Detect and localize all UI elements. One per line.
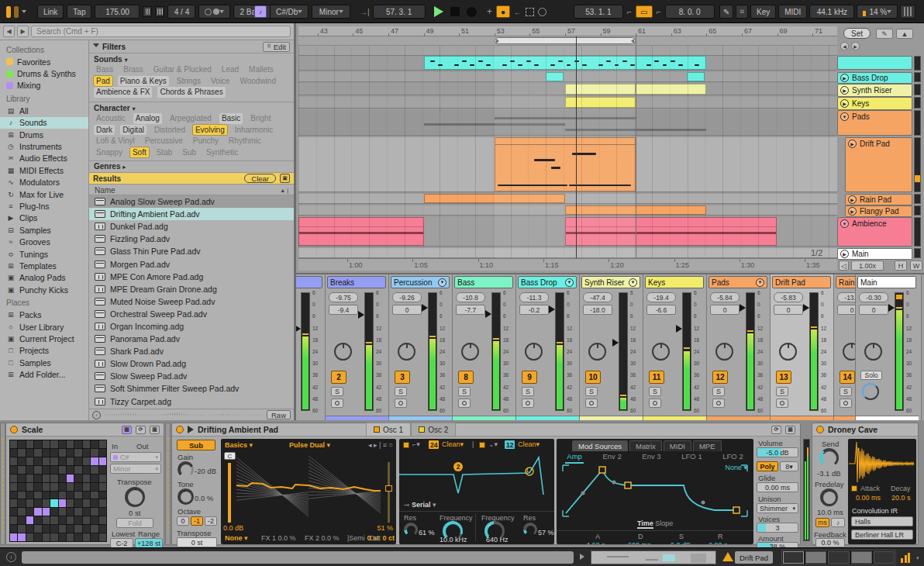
feedback-field[interactable]: 0.0 %: [815, 538, 845, 547]
scale-grid-cell[interactable]: [34, 466, 41, 474]
results-column-header[interactable]: Name▲ |: [89, 185, 294, 195]
scale-grid-cell[interactable]: [50, 508, 57, 516]
solo-button[interactable]: S: [458, 387, 471, 396]
filter-tag-punchy[interactable]: Punchy: [191, 136, 221, 147]
octave-0-button[interactable]: 0: [177, 516, 189, 526]
draw-mode-icon[interactable]: [526, 8, 534, 16]
filter1-slope-badge[interactable]: 24: [429, 440, 439, 449]
mixer-channel-main[interactable]: Main-0.300Solo6061218243036424860: [856, 274, 922, 420]
scale-grid-cell[interactable]: [59, 457, 66, 465]
sidebar-item-mixing[interactable]: Mixing: [0, 80, 88, 91]
clip-rain-pad[interactable]: [424, 194, 565, 203]
result-item-organ-incoming-adg[interactable]: Organ Incoming.adg: [89, 320, 294, 333]
scale-grid-cell[interactable]: [50, 516, 57, 524]
wt-position-slider[interactable]: [388, 462, 390, 523]
pan-knob[interactable]: [843, 343, 856, 361]
track-header-ambience[interactable]: ▼Ambience: [837, 217, 912, 247]
cue-volume-knob[interactable]: [862, 383, 879, 400]
monitor-button[interactable]: [776, 399, 788, 408]
scale-grid-cell[interactable]: [10, 449, 17, 457]
sidebar-item-audio-effects[interactable]: ≍Audio Effects: [0, 153, 88, 164]
capture-midi-icon[interactable]: +: [487, 6, 492, 17]
filter-tag-ambience-fx[interactable]: Ambience & FX: [94, 87, 152, 98]
set-button[interactable]: Set: [843, 28, 871, 39]
scale-grid-cell[interactable]: [67, 533, 74, 541]
scale-grid-cell[interactable]: [74, 525, 81, 533]
result-item-mpe-dream-grain-drone-adg[interactable]: MPE Dream Grain Drone.adg: [89, 283, 294, 295]
track-header-rain-pad[interactable]: ▶Rain Pad: [845, 194, 912, 205]
scale-grid-cell[interactable]: [18, 483, 25, 491]
filter-curve[interactable]: [399, 451, 554, 498]
track-lane-drift-pad[interactable]: [298, 137, 837, 192]
scale-grid-cell[interactable]: [34, 483, 41, 491]
scale-mode-icon[interactable]: ♪: [254, 5, 267, 18]
track-lane-item[interactable]: [298, 56, 837, 71]
result-item-shark-pad-adv[interactable]: Shark Pad.adv: [89, 345, 294, 357]
peak-value[interactable]: -5.84: [710, 292, 740, 302]
mixer-channel-bass[interactable]: Bass-10.8-7.78S6061218243036424860: [453, 274, 516, 420]
wavetable-category-menu[interactable]: Basics ▾: [225, 441, 253, 449]
scale-grid-cell[interactable]: [50, 475, 57, 482]
expand-tracks-icon[interactable]: ▸: [851, 42, 860, 50]
monitor-button[interactable]: [522, 399, 534, 408]
filter-tag-evolving[interactable]: Evolving: [193, 125, 227, 136]
filter-routing-menu[interactable]: ⊸ Serial ▾: [404, 501, 436, 509]
scale-grid-cell[interactable]: [50, 492, 57, 499]
pan-knob[interactable]: [864, 343, 882, 361]
peak-value[interactable]: -9.75: [329, 292, 358, 302]
preview-icon[interactable]: [188, 426, 194, 433]
scale-grid-cell[interactable]: [91, 457, 98, 465]
attack-value[interactable]: 4.62 s: [586, 541, 605, 544]
monitor-button[interactable]: [395, 399, 407, 408]
clear-filters-button[interactable]: Clear: [244, 174, 276, 183]
pan-knob[interactable]: [588, 343, 606, 361]
tab-osc-1[interactable]: Osc 1: [366, 423, 411, 437]
track-activator[interactable]: 10: [585, 371, 601, 384]
loop-start-field[interactable]: 53. 1. 1: [574, 5, 623, 19]
result-item-glass-thin-pure-pad-adv[interactable]: Glass Thin Pure Pad.adv: [89, 245, 294, 257]
scale-grid-cell[interactable]: [99, 525, 106, 533]
ir-category-menu[interactable]: Halls: [851, 516, 913, 526]
track-fold-icon[interactable]: ▶: [848, 140, 857, 148]
pan-knob[interactable]: [525, 343, 543, 361]
scale-grid-cell[interactable]: [67, 440, 74, 448]
pan-knob[interactable]: [398, 343, 415, 361]
scale-grid-cell[interactable]: [83, 499, 90, 507]
scale-grid-cell[interactable]: [74, 457, 81, 465]
scale-grid-cell[interactable]: [18, 508, 25, 516]
map-mode-icon[interactable]: ▦: [122, 426, 132, 434]
scale-grid-cell[interactable]: [83, 533, 90, 541]
clip-item[interactable]: [424, 56, 707, 70]
fx1-value[interactable]: FX 1 0.0 %: [261, 534, 296, 542]
device-on-icon[interactable]: [176, 426, 184, 433]
peak-value[interactable]: -19.4: [646, 292, 676, 302]
monitor-button[interactable]: [585, 399, 598, 408]
play-mini-icon[interactable]: [580, 554, 584, 560]
track-lane-pads[interactable]: [298, 110, 837, 136]
zoom-height-button[interactable]: H: [895, 261, 907, 271]
scale-grid-cell[interactable]: [99, 516, 106, 524]
filter1-type-icon[interactable]: ⌐▾: [412, 440, 420, 448]
groove-amount-button[interactable]: [198, 5, 230, 19]
scale-grid-cell[interactable]: [34, 440, 41, 448]
scale-grid-cell[interactable]: [34, 508, 41, 516]
stop-button[interactable]: [450, 7, 460, 16]
filter-tag-piano-keys[interactable]: Piano & Keys: [118, 76, 169, 87]
computer-midi-keyboard-icon[interactable]: ⌗: [736, 5, 748, 19]
device-drag-handle[interactable]: [0, 423, 5, 545]
peak-value[interactable]: -13.1: [837, 292, 856, 302]
hot-swap-icon[interactable]: ⟳: [771, 426, 781, 434]
count-in-icon[interactable]: [155, 6, 164, 17]
track-fold-icon[interactable]: ▶: [840, 99, 849, 108]
fader-handle[interactable]: [422, 304, 428, 312]
scale-grid-cell[interactable]: [26, 466, 33, 474]
filter-tag-analog[interactable]: Analog: [133, 113, 162, 124]
sidebar-item-sounds[interactable]: ♪Sounds: [0, 117, 88, 129]
save-preset-icon[interactable]: ▣: [785, 426, 795, 434]
ms-mode-button[interactable]: ms: [815, 518, 829, 527]
track-lane-flangy-pad[interactable]: [298, 205, 837, 216]
scale-grid-cell[interactable]: [43, 525, 50, 533]
filter-tag-stab[interactable]: Stab: [154, 147, 175, 158]
group-icon[interactable]: ▼: [629, 278, 637, 287]
channel-header[interactable]: Bass Drop▼: [518, 276, 577, 288]
